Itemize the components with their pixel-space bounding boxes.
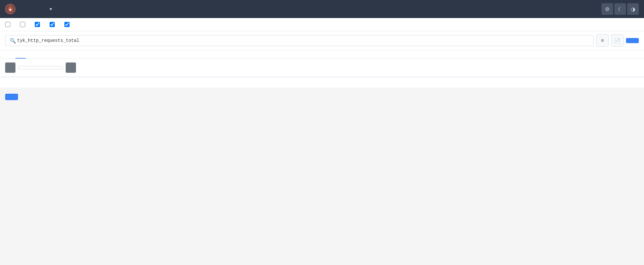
query-input[interactable] <box>5 35 594 46</box>
eval-next-button[interactable] <box>66 62 76 73</box>
navbar-actions: ⚙ ☾ ◑ <box>601 3 639 15</box>
add-panel-bar <box>0 88 644 105</box>
metrics-explorer-button[interactable]: 📄 <box>611 34 623 47</box>
enable-query-history-checkbox[interactable] <box>20 22 27 27</box>
enable-linter-input[interactable] <box>64 22 70 27</box>
eval-prev-button[interactable] <box>5 62 15 73</box>
tabs-bar <box>0 50 644 59</box>
nav-graph[interactable] <box>35 6 43 12</box>
settings-button[interactable]: ⚙ <box>601 3 613 15</box>
nav-status-dropdown[interactable]: ▾ <box>44 4 56 14</box>
tab-table[interactable] <box>5 50 15 59</box>
prometheus-logo <box>5 4 15 14</box>
query-input-wrap: 🔍 <box>5 35 594 46</box>
settings-bar <box>0 18 644 31</box>
dark-mode-button[interactable]: ☾ <box>614 3 626 15</box>
eval-time-display <box>18 66 63 69</box>
eval-bar <box>0 59 644 77</box>
enable-autocomplete-input[interactable] <box>35 22 40 27</box>
execute-button[interactable] <box>626 38 639 43</box>
brand-link[interactable] <box>5 4 19 14</box>
add-panel-button[interactable] <box>5 94 18 100</box>
enable-linter-checkbox[interactable] <box>64 22 71 27</box>
nav-alerts[interactable] <box>26 6 34 12</box>
panel <box>0 50 644 88</box>
enable-highlighting-input[interactable] <box>50 22 55 27</box>
enable-highlighting-checkbox[interactable] <box>50 22 57 27</box>
main-content <box>0 50 644 105</box>
enable-query-history-input[interactable] <box>20 22 25 27</box>
tab-graph[interactable] <box>15 50 26 59</box>
search-icon: 🔍 <box>8 38 17 44</box>
panel-footer <box>0 77 644 88</box>
format-button[interactable]: ≡ <box>596 34 609 47</box>
svg-point-2 <box>9 9 11 11</box>
remove-panel-button[interactable] <box>634 81 639 84</box>
nav-items: ▾ <box>26 4 65 14</box>
nav-help[interactable] <box>57 6 65 12</box>
enable-autocomplete-checkbox[interactable] <box>35 22 42 27</box>
use-local-time-checkbox[interactable] <box>5 22 12 27</box>
query-bar: 🔍 ≡ 📄 <box>0 31 644 50</box>
use-local-time-input[interactable] <box>5 22 10 27</box>
navbar: ▾ ⚙ ☾ ◑ <box>0 0 644 18</box>
contrast-button[interactable]: ◑ <box>627 3 639 15</box>
chevron-down-icon: ▾ <box>50 6 52 12</box>
